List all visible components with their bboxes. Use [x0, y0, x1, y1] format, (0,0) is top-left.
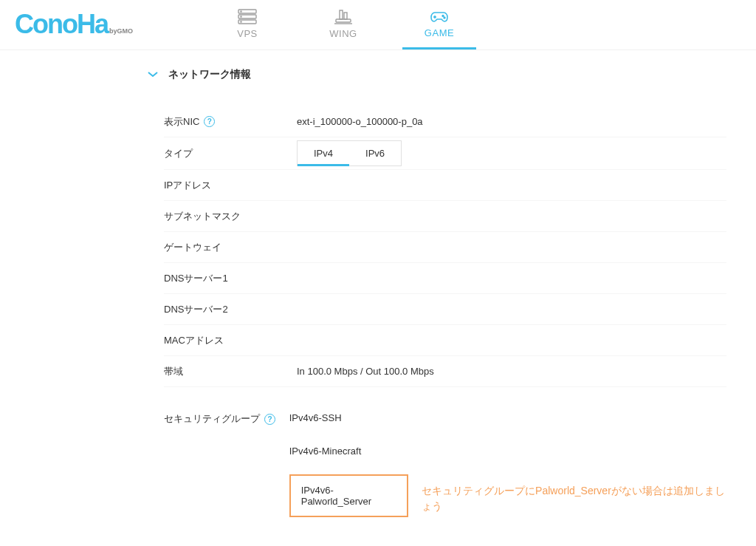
nav-tabs: VPS WING [199, 0, 487, 48]
content: ネットワーク情報 表示NIC ? ext-i_100000-o_100000-p… [0, 50, 756, 517]
row-nic: 表示NIC ? ext-i_100000-o_100000-p_0a [164, 106, 726, 137]
tab-ipv4[interactable]: IPv4 [298, 141, 349, 165]
tab-ipv6[interactable]: IPv6 [349, 141, 401, 165]
tab-vps[interactable]: VPS [199, 0, 295, 48]
svg-point-5 [241, 21, 241, 22]
row-ip: IPアドレス [164, 170, 726, 201]
label-text: MACアドレス [164, 334, 224, 347]
label-text: ゲートウェイ [164, 241, 221, 254]
row-subnet: サブネットマスク [164, 201, 726, 232]
tab-wing[interactable]: WING [295, 0, 391, 48]
row-label: サブネットマスク [164, 210, 297, 223]
section-header[interactable]: ネットワーク情報 [148, 68, 756, 81]
label-text: IPアドレス [164, 179, 211, 192]
security-group-item-highlight: IPv4v6-Palworld_Server [289, 474, 408, 517]
server-icon [238, 9, 257, 25]
row-label: DNSサーバー2 [164, 303, 297, 316]
tab-game[interactable]: GAME [391, 0, 487, 48]
gamepad-icon [429, 10, 450, 24]
tab-label: GAME [425, 27, 454, 38]
annotation-text: セキュリティグループにPalworld_Serverがない場合は追加しましょう [422, 483, 726, 514]
svg-point-12 [442, 16, 444, 17]
row-value: ext-i_100000-o_100000-p_0a [297, 116, 423, 127]
svg-rect-8 [344, 13, 347, 19]
svg-rect-7 [340, 10, 343, 19]
ip-type-tabs: IPv4 IPv6 [297, 140, 402, 166]
label-text: セキュリティグループ [164, 412, 260, 426]
row-gateway: ゲートウェイ [164, 232, 726, 263]
label-text: タイプ [164, 147, 193, 160]
tab-label: WING [329, 28, 357, 39]
security-group-right: IPv4v6-SSH IPv4v6-Minecraft IPv4v6-Palwo… [289, 408, 726, 517]
logo-subtext: byGMO [109, 27, 133, 35]
row-dns2: DNSサーバー2 [164, 294, 726, 325]
row-label: DNSサーバー1 [164, 272, 297, 285]
row-label: MACアドレス [164, 334, 297, 347]
svg-point-4 [241, 16, 241, 17]
row-value: IPv4 IPv6 [297, 140, 402, 166]
row-mac: MACアドレス [164, 325, 726, 356]
svg-point-3 [241, 11, 241, 12]
help-icon[interactable]: ? [264, 414, 275, 425]
row-label: 帯域 [164, 365, 297, 378]
section-title: ネットワーク情報 [168, 68, 251, 81]
label-text: DNSサーバー2 [164, 303, 228, 316]
label-text: サブネットマスク [164, 210, 241, 223]
row-dns1: DNSサーバー1 [164, 263, 726, 294]
row-value: In 100.0 Mbps / Out 100.0 Mbps [297, 366, 434, 377]
row-label: タイプ [164, 147, 297, 160]
wing-icon [333, 9, 354, 25]
help-icon[interactable]: ? [204, 116, 215, 127]
logo-text: ConoHa [15, 9, 108, 40]
label-text: DNSサーバー1 [164, 272, 228, 285]
row-label: セキュリティグループ ? [164, 408, 289, 426]
row-security-group: セキュリティグループ ? IPv4v6-SSH IPv4v6-Minecraft… [164, 387, 726, 517]
chevron-down-icon [148, 69, 158, 81]
row-label: ゲートウェイ [164, 241, 297, 254]
security-group-item: IPv4v6-SSH [289, 408, 408, 428]
tab-label: VPS [237, 28, 258, 39]
logo[interactable]: ConoHa byGMO [15, 9, 133, 40]
row-band: 帯域 In 100.0 Mbps / Out 100.0 Mbps [164, 356, 726, 387]
svg-point-13 [444, 17, 445, 18]
svg-rect-6 [336, 19, 351, 22]
security-group-item: IPv4v6-Minecraft [289, 441, 408, 461]
label-text: 帯域 [164, 365, 183, 378]
row-label: 表示NIC ? [164, 115, 297, 129]
header: ConoHa byGMO VPS [0, 0, 756, 50]
row-label: IPアドレス [164, 179, 297, 192]
label-text: 表示NIC [164, 115, 199, 129]
row-type: タイプ IPv4 IPv6 [164, 137, 726, 170]
security-group-list: IPv4v6-SSH IPv4v6-Minecraft IPv4v6-Palwo… [289, 408, 408, 517]
